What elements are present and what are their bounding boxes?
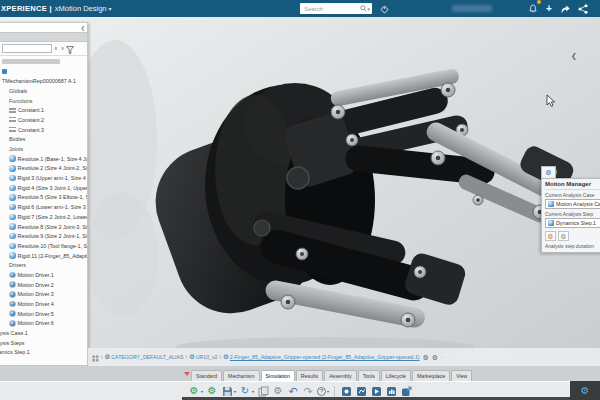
3d-viewport[interactable] <box>0 17 600 400</box>
tree-item[interactable] <box>0 57 87 67</box>
global-search[interactable]: ▾ <box>300 3 372 14</box>
tree-item[interactable]: Rigid.11 (2-Finger_85_Adaptive_... <box>0 251 87 261</box>
tab-simulation[interactable]: Simulation <box>261 370 295 381</box>
dropdown-caret-icon[interactable]: ▾ <box>252 389 254 394</box>
tree-item[interactable]: Rigid.6 (Lower arm-1, Size 3 Elbo... <box>0 202 87 212</box>
user-name-redacted[interactable] <box>452 5 492 12</box>
breadcrumb-separator: \ <box>219 354 221 360</box>
tree-item[interactable]: Motion Driver.2 <box>0 280 87 290</box>
motion-manager-tab[interactable]: ⚙ <box>541 166 556 178</box>
tree-item[interactable]: Rigid.4 (Size 3 Joint-1, Upper ar... <box>0 183 87 193</box>
refresh-icon[interactable]: ↻ <box>239 385 251 397</box>
mechanism-update-icon[interactable]: ⚙ <box>206 385 218 397</box>
tree-search-input[interactable] <box>2 44 52 53</box>
dropdown-caret-icon[interactable]: ▾ <box>327 389 329 394</box>
analysis-case-select[interactable]: Motion Analysis Case <box>545 199 600 209</box>
tree-item[interactable]: Dynamics Step.1 <box>0 348 87 358</box>
grid-icon[interactable] <box>92 348 99 366</box>
tree-item[interactable]: Revolute.2 (Size 4 Joint-2, Size 4 ... <box>0 164 87 174</box>
search-options-chevron-icon[interactable]: ▾ <box>367 6 370 12</box>
breadcrumb-link[interactable]: 2-Finger_85_Adaptive_Gripper-opened (2-F… <box>230 354 420 360</box>
tree-item[interactable]: Revolute.9 (Size 2 Joint-1, Size 2 ... <box>0 231 87 241</box>
share-network-icon[interactable] <box>578 2 588 15</box>
tree-item[interactable]: Drivers <box>0 260 87 270</box>
tree-item[interactable]: Constant.2 <box>0 115 87 125</box>
tab-mechanism[interactable]: Mechanism <box>223 370 260 381</box>
motion-manager-title: Motion Manager <box>545 181 600 190</box>
add-content-icon[interactable]: + <box>546 2 552 15</box>
tree-item[interactable]: Constant.3 <box>0 125 87 135</box>
tree-item[interactable]: Revolute.10 (Tool flange-1, Size 2... <box>0 241 87 251</box>
filter-funnel-icon[interactable] <box>66 40 74 58</box>
search-next-icon[interactable]: ∨ <box>60 46 66 51</box>
simulation-tool-icon-1[interactable] <box>340 385 352 397</box>
collapse-panel-icon[interactable]: ❮ <box>81 25 85 31</box>
mechanism-settings-icon[interactable]: ⚙ <box>188 385 200 397</box>
tree-item[interactable]: TMechanismRep00000687 A.1 <box>0 76 87 86</box>
breadcrumb-link[interactable]: CATEGORY_DEFAULT_ALIAS <box>111 354 183 360</box>
robot-tool-icon[interactable]: ⚙ <box>579 385 591 397</box>
tab-lifecycle[interactable]: Lifecycle <box>381 370 411 381</box>
search-prev-icon[interactable]: ∧ <box>53 46 59 51</box>
share-forward-icon[interactable] <box>560 2 571 15</box>
app-switcher-chevron-icon[interactable]: ▾ <box>109 5 112 12</box>
simulation-tool-icon-2[interactable] <box>355 385 367 397</box>
tab-results[interactable]: Results <box>296 370 323 381</box>
tree-item[interactable]: Motion Driver.4 <box>0 299 87 309</box>
tab-marketplace[interactable]: Marketplace <box>412 370 450 381</box>
joint-icon <box>9 185 16 192</box>
tree-item[interactable]: Motion Driver.5 <box>0 309 87 319</box>
toolbar-separator <box>334 386 335 397</box>
new-analysis-case-button[interactable]: ⚙ <box>545 231 556 241</box>
driver-icon <box>9 301 16 308</box>
tree-item[interactable] <box>0 67 87 77</box>
tree-item[interactable]: Joints <box>0 144 87 154</box>
tag-icon[interactable] <box>380 3 389 16</box>
analysis-case-value: Motion Analysis Case <box>556 201 600 207</box>
tab-standard[interactable]: Standard <box>191 370 222 381</box>
tab-tools[interactable]: Tools <box>358 370 380 381</box>
settings-gear-icon[interactable]: ⚙ <box>272 385 284 397</box>
simulation-tool-icon-4[interactable] <box>385 385 397 397</box>
tree-item[interactable]: Functions <box>0 96 87 106</box>
tree-item[interactable]: Analysis Steps <box>0 338 87 348</box>
tab-view[interactable]: View <box>451 370 472 381</box>
tree-item[interactable]: Constant.1 <box>0 105 87 115</box>
tree-item-label: Rigid.7 (Size 2 Joint-2, Lower ar... <box>18 214 88 220</box>
open-in-new-icon[interactable]: ⚙ <box>432 354 438 361</box>
right-panel-collapse-icon[interactable]: ❮ <box>571 52 577 60</box>
tree-item[interactable]: Motion Driver.3 <box>0 290 87 300</box>
tree-item[interactable]: Bodies <box>0 135 87 145</box>
help-icon[interactable]: ? <box>317 387 326 396</box>
redo-icon[interactable]: ↷ <box>302 385 314 397</box>
search-icon[interactable] <box>360 5 367 12</box>
tree-item[interactable]: Revolute.8 (Size 2 Joint-3, Size 2 ... <box>0 222 87 232</box>
simulation-tool-icon-3[interactable] <box>370 385 382 397</box>
duplicate-icon[interactable] <box>257 385 269 397</box>
tree-item-label: Analysis Steps <box>0 340 24 346</box>
step-settings-button[interactable]: ⚙ <box>558 231 569 241</box>
explore-icon[interactable]: ⚙ <box>423 354 429 361</box>
tree-item[interactable]: Globals <box>0 86 87 96</box>
tree-item[interactable]: Revolute.1 (Base-1, Size 4 Joint-1) <box>0 154 87 164</box>
tree-item[interactable]: Revolute.5 (Size 3 Elbow-1, Size ... <box>0 193 87 203</box>
undo-icon[interactable]: ↶ <box>287 385 299 397</box>
tree-item[interactable]: Rigid.3 (Upper arm-1, Size 4 Join... <box>0 173 87 183</box>
analysis-step-select[interactable]: Dynamics Step.1 <box>545 218 600 228</box>
save-icon[interactable] <box>221 385 233 397</box>
tree-item[interactable]: Motion Driver.6 <box>0 319 87 329</box>
search-input[interactable] <box>302 5 360 13</box>
tree-item[interactable]: Motion Driver.1 <box>0 270 87 280</box>
breadcrumb-link[interactable]: UR10_v2 <box>196 354 218 360</box>
simulation-tool-icon-5[interactable] <box>400 385 412 397</box>
tree-item-label: Analysis Case.1 <box>0 330 28 336</box>
dropdown-caret-icon[interactable]: ▾ <box>234 389 236 394</box>
tree-item-label: Motion Driver.4 <box>18 301 54 307</box>
driver-icon <box>9 310 16 317</box>
notifications-bell-icon[interactable] <box>528 2 539 15</box>
tree-item[interactable]: Analysis Case.1 <box>0 328 87 338</box>
breadcrumb-more-icon[interactable]: · <box>441 354 443 360</box>
tab-assembly[interactable]: Assembly <box>324 370 357 381</box>
tree-item[interactable]: Rigid.7 (Size 2 Joint-2, Lower ar... <box>0 212 87 222</box>
dropdown-caret-icon[interactable]: ▾ <box>201 389 203 394</box>
